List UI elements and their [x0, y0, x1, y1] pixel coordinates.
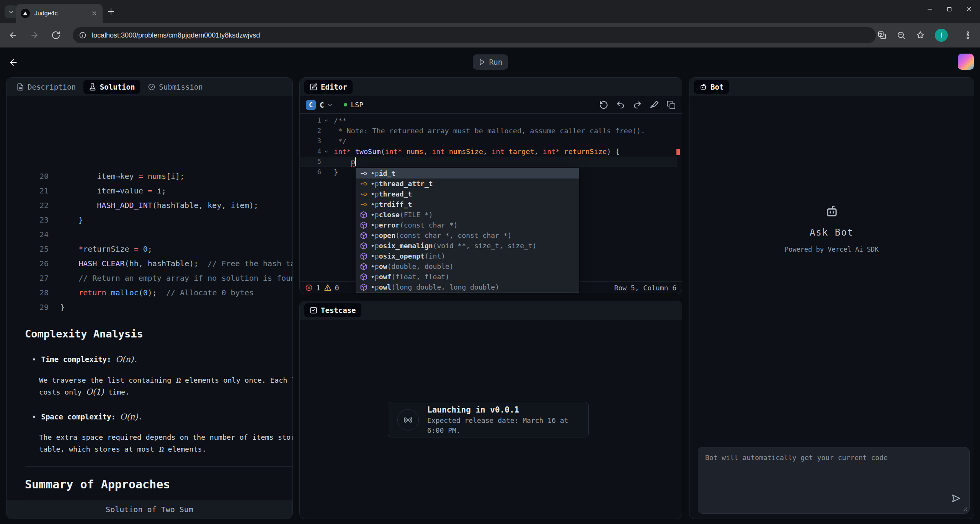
editor-code-line[interactable]: 1/** [300, 115, 676, 126]
completion-item[interactable]: •ptrdiff_t [356, 199, 579, 210]
copy-icon[interactable] [666, 100, 676, 110]
line-number: 22 [7, 198, 49, 213]
forward-icon[interactable] [30, 31, 39, 40]
code-token: numsSize [449, 147, 483, 156]
completion-item[interactable]: •pthread_attr_t [356, 178, 579, 189]
code-line: 29} [7, 300, 292, 314]
chevron-down-icon[interactable] [327, 102, 333, 108]
code-line: 25 *returnSize = 0; [7, 242, 292, 256]
text-run: table, which stores at most [39, 445, 158, 453]
reload-icon[interactable] [51, 31, 60, 40]
code-token: = [139, 172, 148, 181]
completion-text: osix_openpt [379, 252, 425, 260]
line-number: 4 [300, 146, 321, 157]
bookmark-star-icon[interactable] [916, 31, 925, 40]
code-token: 0 [143, 288, 148, 297]
problem-panel: Description Solution Submission 20 item→… [6, 77, 293, 519]
url-text: localhost:3000/problems/cm8pjqdem0001ty8… [92, 31, 260, 39]
tab-description[interactable]: Description [11, 80, 81, 94]
code-token: * Note: The returned array must be mallo… [334, 127, 645, 135]
code-token: // Free the hash table [207, 259, 293, 268]
method-icon [360, 273, 368, 281]
tab-submission[interactable]: Submission [142, 80, 208, 94]
tab-editor[interactable]: Editor [304, 80, 353, 94]
undo-icon[interactable] [616, 100, 625, 110]
run-button[interactable]: Run [473, 54, 508, 70]
code-token [60, 201, 97, 210]
completion-text: id_t [379, 169, 395, 177]
app-back-icon[interactable] [8, 57, 18, 67]
completion-bullet: • [371, 262, 375, 270]
completion-detail: (double, double) [387, 262, 453, 270]
code-token: = [148, 186, 157, 195]
completion-item[interactable]: •pow(double, double) [356, 261, 579, 272]
completion-item[interactable]: •powf(float, float) [356, 272, 579, 282]
bullet-text: Time complexity: O(n). [41, 354, 138, 364]
code-line-text: item→key = nums[i]; [60, 169, 185, 183]
scrollbar-error-marker [676, 149, 680, 155]
completion-item[interactable]: •pclose(FILE *) [356, 210, 579, 220]
code-line-text: } [60, 300, 65, 314]
code-line: 26 HASH_CLEAR(hh, hashTable); // Free th… [7, 256, 292, 271]
browser-tab[interactable]: Judge4c [16, 4, 103, 23]
solution-code-block[interactable]: 20 item→key = nums[i];21 item→value = i;… [7, 169, 292, 314]
completion-item[interactable]: •popen(const char *, const char *) [356, 230, 579, 241]
code-token: p [351, 158, 355, 167]
editor-code-line[interactable]: 2 * Note: The returned array must be mal… [300, 126, 676, 136]
code-token: /** [334, 116, 346, 124]
editor-code-line[interactable]: 3 */ [300, 136, 676, 146]
minimize-icon[interactable] [926, 6, 933, 13]
toast-subtitle: Expected release date: March 16 at 6:00 … [427, 416, 579, 436]
fold-chevron-icon[interactable] [321, 115, 331, 126]
completion-item[interactable]: •pthread_t [356, 189, 579, 199]
reset-icon[interactable] [599, 100, 608, 110]
tab-solution[interactable]: Solution [83, 80, 140, 94]
editor-code-line[interactable]: 4int* twoSum(int* nums, int numsSize, in… [300, 146, 676, 157]
line-number: 25 [7, 242, 49, 256]
text-run: n [158, 444, 164, 454]
code-line: 21 item→value = i; [7, 183, 292, 198]
code-token [60, 259, 78, 268]
completion-item[interactable]: •posix_openpt(int) [356, 251, 579, 261]
browser-profile-avatar[interactable]: f [935, 29, 948, 42]
menu-dots-icon[interactable] [963, 31, 972, 40]
text-run: O(1) [86, 387, 104, 396]
info-icon[interactable] [79, 31, 87, 39]
tab-close-button[interactable] [90, 10, 98, 17]
code-token: (hashTable, key, item); [152, 201, 258, 210]
tab-testcase[interactable]: Testcase [304, 303, 361, 317]
tab-bot[interactable]: Bot [694, 80, 729, 94]
tab-search-button[interactable] [5, 5, 18, 18]
completion-item[interactable]: •perror(const char *) [356, 220, 579, 230]
completion-bullet: • [371, 283, 375, 291]
close-window-icon[interactable] [965, 6, 972, 13]
tab-solution-label: Solution [100, 83, 135, 91]
translate-icon[interactable] [877, 31, 887, 40]
completion-text: osix_memalign [379, 242, 433, 250]
completion-item[interactable]: •powl(long double, long double) [356, 282, 579, 292]
file-text-icon [16, 83, 24, 91]
zoom-out-icon[interactable] [897, 31, 906, 40]
format-brush-icon[interactable] [650, 100, 659, 110]
code-token: * [78, 244, 83, 254]
line-number: 29 [7, 300, 49, 314]
language-select-value[interactable]: C [320, 101, 324, 109]
completion-item[interactable]: •posix_memalign(void **, size_t, size_t) [356, 241, 579, 251]
problem-panel-tabs: Description Solution Submission [7, 78, 292, 96]
tab-editor-label: Editor [321, 83, 347, 91]
user-avatar[interactable] [958, 54, 974, 70]
completion-text: thread_t [379, 190, 412, 198]
completion-detail: (FILE *) [400, 211, 433, 219]
bot-input[interactable] [698, 447, 969, 513]
url-bar[interactable]: localhost:3000/problems/cm8pjqdem0001ty8… [73, 27, 876, 43]
new-tab-button[interactable] [106, 7, 116, 16]
fold-chevron-icon[interactable] [321, 146, 331, 157]
method-icon [360, 242, 368, 250]
autocomplete-popup: •pid_t•pthread_attr_t•pthread_t•ptrdiff_… [356, 168, 579, 293]
editor-code-line[interactable]: 5 p [300, 157, 676, 167]
send-icon[interactable] [951, 493, 961, 503]
back-icon[interactable] [8, 31, 18, 40]
redo-icon[interactable] [633, 100, 642, 110]
completion-item[interactable]: •pid_t [356, 168, 579, 178]
maximize-icon[interactable] [946, 6, 952, 12]
